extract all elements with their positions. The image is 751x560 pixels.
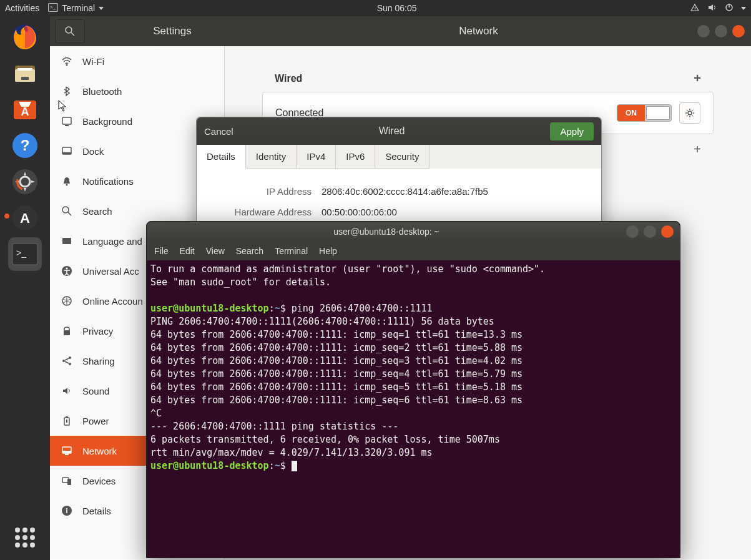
menu-search[interactable]: Search xyxy=(236,246,263,256)
system-menu-chevron-icon[interactable] xyxy=(741,7,746,10)
network-status-icon[interactable]: ? xyxy=(690,3,700,14)
background-icon xyxy=(61,115,72,127)
menu-terminal[interactable]: Terminal xyxy=(275,246,308,256)
dock-terminal[interactable]: >_ xyxy=(8,237,42,271)
terminal-body[interactable]: To run a command as administrator (user … xyxy=(147,260,680,558)
svg-line-22 xyxy=(71,32,74,36)
apply-button[interactable]: Apply xyxy=(550,122,594,140)
vpn-add-button[interactable]: + xyxy=(694,142,701,157)
tab-details[interactable]: Details xyxy=(197,145,246,169)
terminal-minimize-button[interactable] xyxy=(626,225,639,238)
sidebar-item-label: Notifications xyxy=(82,176,134,187)
sidebar-item-label: Wi-Fi xyxy=(82,56,104,67)
wired-add-button[interactable]: + xyxy=(694,71,701,86)
settings-title-sidebar: Settings xyxy=(85,25,260,37)
svg-point-34 xyxy=(62,297,71,305)
sidebar-item-wifi[interactable]: Wi-Fi xyxy=(50,46,224,76)
dock-firefox[interactable] xyxy=(8,20,42,54)
menu-help[interactable]: Help xyxy=(319,246,337,256)
settings-search-button[interactable] xyxy=(55,19,85,43)
wired-settings-button[interactable] xyxy=(679,102,700,124)
svg-point-46 xyxy=(62,506,72,516)
svg-point-21 xyxy=(66,27,72,33)
top-panel: Activities >_ Terminal Sun 06:05 ? xyxy=(0,0,751,16)
wired-section-label: Wired xyxy=(275,73,302,84)
sidebar-item-label: Details xyxy=(82,506,111,516)
svg-text:?: ? xyxy=(694,6,697,11)
online-icon xyxy=(61,295,72,307)
dock-help[interactable]: ? xyxy=(8,129,42,162)
detail-value: 2806:40c:6002:cccc:8414:a6fe:a8a:7fb5 xyxy=(322,186,488,197)
close-button[interactable] xyxy=(732,25,745,37)
menu-view[interactable]: View xyxy=(206,246,225,256)
cancel-button[interactable]: Cancel xyxy=(204,126,233,137)
dock-updater[interactable]: A xyxy=(8,201,42,235)
svg-point-29 xyxy=(62,207,69,213)
svg-text:A: A xyxy=(21,106,29,118)
clock[interactable]: Sun 06:05 xyxy=(104,3,690,13)
svg-rect-26 xyxy=(62,147,71,154)
dock-files[interactable] xyxy=(8,56,42,90)
svg-text:>_: >_ xyxy=(16,248,26,258)
svg-rect-1 xyxy=(49,4,57,11)
privacy-icon xyxy=(61,325,72,336)
terminal-close-button[interactable] xyxy=(661,225,674,238)
terminal-icon: >_ xyxy=(48,3,58,14)
detail-value: 00:50:00:00:06:00 xyxy=(322,207,397,217)
menu-file[interactable]: File xyxy=(154,246,169,256)
terminal-menubar: FileEditViewSearchTerminalHelp xyxy=(147,242,680,260)
devices-icon xyxy=(61,475,72,486)
dock-software[interactable]: A xyxy=(8,92,42,126)
svg-point-32 xyxy=(62,266,72,276)
wired-toggle[interactable]: ON xyxy=(617,104,672,122)
power-icon[interactable] xyxy=(725,3,734,14)
svg-point-4 xyxy=(726,4,732,11)
dock-badge-icon xyxy=(4,214,9,219)
wired-dialog: Cancel Wired Apply DetailsIdentityIPv4IP… xyxy=(196,117,602,235)
details-icon: i xyxy=(61,505,72,516)
sidebar-item-label: Dock xyxy=(82,146,104,157)
app-indicator[interactable]: >_ Terminal xyxy=(48,3,104,14)
svg-point-23 xyxy=(66,64,68,66)
svg-rect-7 xyxy=(15,66,35,82)
sidebar-item-bluetooth[interactable]: Bluetooth xyxy=(50,76,224,106)
tab-identity[interactable]: Identity xyxy=(246,145,297,169)
svg-point-33 xyxy=(66,268,68,270)
sound-icon xyxy=(61,385,72,396)
menu-edit[interactable]: Edit xyxy=(180,246,195,256)
svg-point-28 xyxy=(66,184,68,186)
detail-label: Hardware Address xyxy=(212,207,312,217)
tab-ipv4[interactable]: IPv4 xyxy=(297,145,336,169)
wired-dialog-header: Cancel Wired Apply xyxy=(197,117,601,145)
svg-point-48 xyxy=(688,111,692,115)
svg-text:>_: >_ xyxy=(50,4,56,10)
bell-icon xyxy=(61,175,72,187)
power-icon xyxy=(61,415,72,426)
sidebar-item-label: Sound xyxy=(82,386,109,396)
tab-security[interactable]: Security xyxy=(375,145,429,169)
chevron-down-icon xyxy=(99,7,104,10)
tab-ipv6[interactable]: IPv6 xyxy=(336,145,375,169)
svg-text:i: i xyxy=(66,507,67,514)
share-icon xyxy=(61,355,72,366)
gear-icon xyxy=(684,107,695,119)
sidebar-item-label: Sharing xyxy=(82,356,115,366)
dock-show-apps[interactable] xyxy=(10,523,40,553)
terminal-title: user@ubuntu18-desktop: ~ xyxy=(147,227,626,237)
svg-rect-27 xyxy=(62,152,71,154)
dock-settings[interactable] xyxy=(8,165,42,199)
toggle-on-label: ON xyxy=(617,105,645,121)
sidebar-item-label: Search xyxy=(82,206,112,217)
svg-rect-9 xyxy=(17,68,32,71)
svg-rect-42 xyxy=(62,451,71,453)
maximize-button[interactable] xyxy=(715,25,727,37)
wired-dialog-title: Wired xyxy=(233,125,551,137)
network-icon xyxy=(61,445,72,456)
terminal-maximize-button[interactable] xyxy=(644,225,656,238)
minimize-button[interactable] xyxy=(697,25,710,37)
dock: A ? A >_ xyxy=(0,16,50,560)
activities-button[interactable]: Activities xyxy=(5,3,39,13)
volume-icon[interactable] xyxy=(707,3,717,14)
svg-point-38 xyxy=(69,363,71,365)
svg-rect-24 xyxy=(62,117,71,124)
